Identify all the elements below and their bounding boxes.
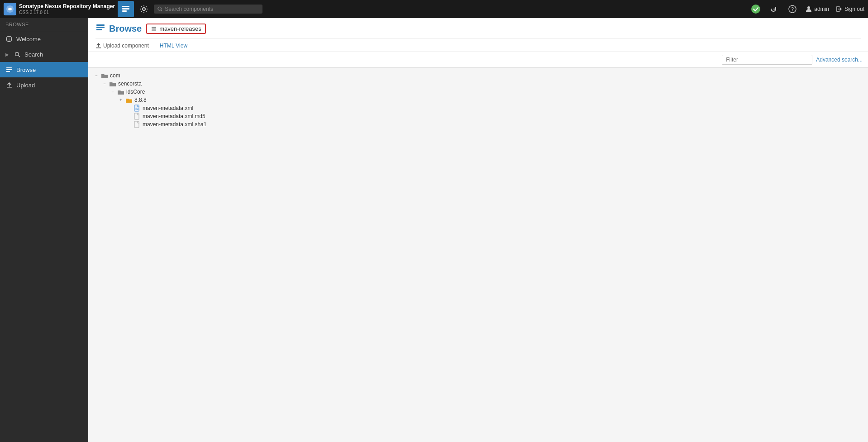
expand-sencorsta: − xyxy=(102,81,107,86)
svg-rect-16 xyxy=(6,69,12,70)
upload-icon xyxy=(5,81,13,89)
tree-label-888: 8.8.8 xyxy=(134,97,147,103)
svg-point-4 xyxy=(143,8,145,10)
browse-title-row: Browse maven-releases xyxy=(95,23,861,35)
tree-label-com: com xyxy=(110,72,120,79)
folder-icon-ldscore xyxy=(117,89,124,95)
app-version: OSS 3.17.0-01 xyxy=(19,10,115,15)
svg-rect-3 xyxy=(122,10,127,12)
browse-icon xyxy=(5,66,13,73)
upload-component-icon xyxy=(95,43,101,49)
svg-rect-28 xyxy=(134,121,139,128)
browse-title-icon xyxy=(95,23,105,35)
svg-text:?: ? xyxy=(791,6,794,12)
expand-empty-2 xyxy=(126,114,132,119)
svg-rect-21 xyxy=(96,29,102,30)
sidebar-item-search[interactable]: ▶ Search xyxy=(0,47,88,62)
sidebar-search-label: Search xyxy=(24,51,43,58)
expand-com: − xyxy=(94,73,99,78)
nav-right: ? admin Sign out xyxy=(751,3,864,15)
signout-button[interactable]: Sign out xyxy=(835,5,864,13)
svg-point-10 xyxy=(807,6,810,9)
svg-line-14 xyxy=(18,55,20,57)
sidebar-welcome-label: Welcome xyxy=(16,36,41,43)
svg-text:i: i xyxy=(9,37,10,42)
sidebar-browse-label: Browse xyxy=(16,67,36,73)
tree-node-maven-metadata-xml-md5[interactable]: maven-metadata.xml.md5 xyxy=(126,112,863,120)
app-title: Sonatype Nexus Repository Manager xyxy=(19,3,115,10)
svg-rect-20 xyxy=(96,27,105,28)
html-view-button[interactable]: HTML View xyxy=(154,40,193,52)
svg-rect-19 xyxy=(96,24,105,26)
sidebar-upload-label: Upload xyxy=(16,82,35,89)
browse-title: Browse xyxy=(95,23,142,35)
file-icon-xml-1: XML xyxy=(134,105,141,111)
tree-node-maven-metadata-xml[interactable]: XML maven-metadata.xml xyxy=(126,104,863,112)
search-icon xyxy=(14,51,21,58)
tree-label-maven-metadata-xml-md5: maven-metadata.xml.md5 xyxy=(143,113,205,119)
svg-text:XML: XML xyxy=(135,108,140,110)
tree-label-ldscore: ldsCore xyxy=(126,89,145,95)
folder-icon-888 xyxy=(125,97,133,103)
svg-rect-15 xyxy=(6,67,12,68)
sidebar-item-browse[interactable]: Browse xyxy=(0,62,88,77)
svg-rect-17 xyxy=(6,71,10,72)
sidebar-item-upload[interactable]: Upload xyxy=(0,77,88,93)
repo-tab-label: maven-releases xyxy=(159,25,201,32)
help-button[interactable]: ? xyxy=(786,3,799,15)
file-tree: − com − sencorst xyxy=(88,68,868,132)
tree-node-888[interactable]: + 8.8.8 xyxy=(118,96,863,104)
svg-point-5 xyxy=(158,7,161,10)
system-status-icon xyxy=(751,4,761,14)
browse-header: Browse maven-releases Upload compo xyxy=(88,18,868,52)
sidebar-item-welcome[interactable]: i Welcome xyxy=(0,31,88,47)
svg-rect-1 xyxy=(122,6,129,7)
svg-rect-22 xyxy=(152,27,156,29)
svg-rect-27 xyxy=(134,113,139,119)
app-layout: Browse i Welcome ▶ Search xyxy=(0,18,868,442)
tree-node-sencorsta[interactable]: − sencorsta xyxy=(102,80,863,88)
search-icon xyxy=(157,6,162,12)
folder-icon-com xyxy=(101,72,108,79)
search-box xyxy=(154,5,262,14)
upload-btn-label: Upload component xyxy=(103,43,149,49)
folder-icon-sencorsta xyxy=(109,81,116,87)
svg-rect-2 xyxy=(122,8,129,10)
tree-label-maven-metadata-xml-sha1: maven-metadata.xml.sha1 xyxy=(143,121,206,128)
tree-content-area: − com − sencorst xyxy=(88,68,868,442)
file-icon-md5 xyxy=(134,113,141,119)
app-logo: Sonatype Nexus Repository Manager OSS 3.… xyxy=(4,3,115,15)
browse-nav-button[interactable] xyxy=(118,1,134,17)
tree-node-com[interactable]: − com xyxy=(94,71,863,80)
settings-nav-button[interactable] xyxy=(137,2,151,16)
refresh-button[interactable] xyxy=(767,3,780,15)
svg-point-7 xyxy=(751,5,760,14)
svg-line-6 xyxy=(161,10,162,11)
sidebar: Browse i Welcome ▶ Search xyxy=(0,18,88,442)
upload-component-button[interactable]: Upload component xyxy=(95,40,154,52)
filter-input[interactable] xyxy=(722,55,812,65)
tree-node-ldscore[interactable]: − ldsCore xyxy=(110,88,863,96)
repo-tab-icon xyxy=(151,26,157,32)
sidebar-header: Browse xyxy=(0,18,88,31)
expand-888: + xyxy=(118,97,124,103)
advanced-search-link[interactable]: Advanced search... xyxy=(816,57,863,63)
main-content: Browse maven-releases Upload compo xyxy=(88,18,868,442)
repo-tab[interactable]: maven-releases xyxy=(146,24,206,34)
admin-label: admin xyxy=(814,6,829,12)
svg-rect-18 xyxy=(7,87,12,88)
browse-actions: Upload component HTML View xyxy=(95,38,861,52)
admin-button[interactable]: admin xyxy=(805,5,829,13)
top-navigation: Sonatype Nexus Repository Manager OSS 3.… xyxy=(0,0,868,18)
svg-point-13 xyxy=(15,52,19,56)
welcome-icon: i xyxy=(5,35,13,43)
file-icon-sha1 xyxy=(134,121,141,128)
search-input[interactable] xyxy=(165,6,259,12)
expand-empty-3 xyxy=(126,122,132,127)
app-logo-icon xyxy=(4,3,16,15)
tree-label-sencorsta: sencorsta xyxy=(118,81,142,87)
tree-node-maven-metadata-xml-sha1[interactable]: maven-metadata.xml.sha1 xyxy=(126,120,863,128)
html-view-label: HTML View xyxy=(160,43,187,49)
tree-label-maven-metadata-xml: maven-metadata.xml xyxy=(143,105,193,111)
expand-empty-1 xyxy=(126,105,132,111)
